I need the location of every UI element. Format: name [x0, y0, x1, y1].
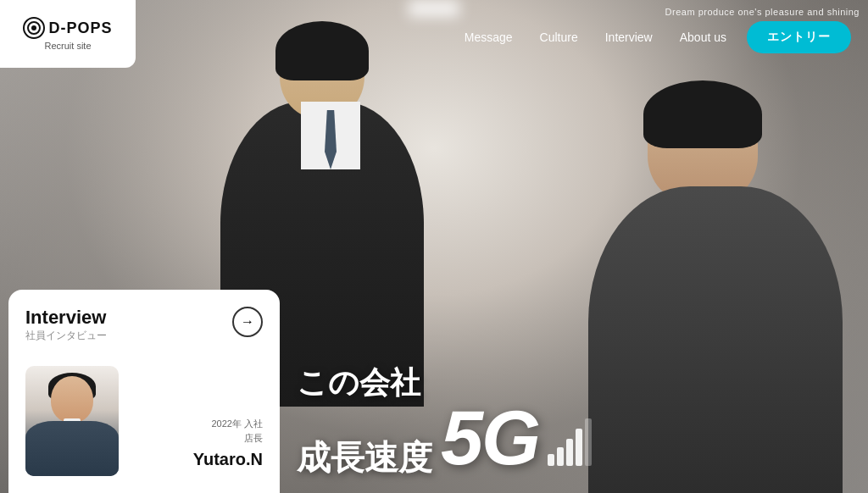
- hero-line1: この会社: [297, 366, 860, 400]
- hero-text-overlay: この会社 成長速度 5G: [297, 366, 860, 476]
- main-nav: Message Culture Interview About us エントリー: [451, 21, 851, 53]
- signal-bar-5: [585, 418, 592, 466]
- person-name: Yutaro.N: [193, 450, 263, 469]
- signal-bars: [548, 418, 592, 466]
- avatar-head: [51, 376, 93, 423]
- interview-subtitle-text: 社員インタビュー: [25, 329, 107, 343]
- nav-about-us[interactable]: About us: [666, 24, 740, 51]
- nav-message[interactable]: Message: [451, 24, 526, 51]
- interview-title-text: Interview: [25, 307, 107, 329]
- interview-card-header: Interview 社員インタビュー →: [25, 307, 263, 353]
- hero-line2: 成長速度: [297, 439, 432, 476]
- person-meta: 2022年 入社 店長: [211, 417, 263, 446]
- person-avatar: [25, 366, 119, 476]
- header-right: Dream produce one's pleasure and shining…: [451, 14, 868, 53]
- dpops-logo-icon: [23, 17, 45, 39]
- signal-bar-3: [566, 439, 573, 466]
- logo-text: D-POPS: [48, 19, 112, 37]
- hero-5g-row: 成長速度 5G: [297, 400, 860, 476]
- site-header: D-POPS Recruit site Dream produce one's …: [0, 0, 868, 68]
- nav-interview[interactable]: Interview: [592, 24, 666, 51]
- nav-culture[interactable]: Culture: [526, 24, 592, 51]
- interview-arrow-button[interactable]: →: [232, 307, 263, 337]
- person-right-hair: [643, 80, 762, 148]
- logo-brand: D-POPS: [23, 17, 112, 39]
- interview-card: Interview 社員インタビュー → 2022年 入社 店長 Yutaro.…: [8, 290, 280, 493]
- logo-area: D-POPS Recruit site: [0, 0, 136, 68]
- person-role: 店長: [244, 433, 263, 443]
- signal-bar-4: [576, 429, 582, 466]
- svg-point-2: [31, 25, 36, 30]
- signal-bar-2: [557, 447, 564, 466]
- signal-bar-1: [548, 454, 554, 466]
- avatar-body: [25, 421, 119, 476]
- interview-person: 2022年 入社 店長 Yutaro.N: [25, 357, 263, 476]
- hero-5g-text: 5G: [441, 400, 539, 476]
- entry-button[interactable]: エントリー: [747, 21, 851, 53]
- header-tagline: Dream produce one's pleasure and shining: [665, 7, 868, 17]
- person-info: 2022年 入社 店長 Yutaro.N: [132, 417, 263, 476]
- person-year: 2022年 入社: [211, 418, 263, 429]
- arrow-icon: →: [241, 314, 254, 330]
- interview-card-title: Interview 社員インタビュー: [25, 307, 107, 353]
- nav-bar: Message Culture Interview About us エントリー: [451, 21, 868, 53]
- logo-subtitle: Recruit site: [44, 41, 91, 51]
